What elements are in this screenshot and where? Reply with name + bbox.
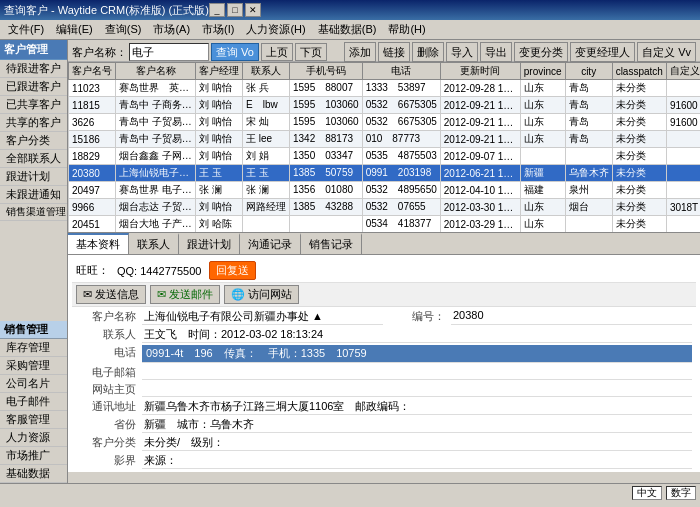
- sidebar-item-plan[interactable]: 跟进计划: [0, 168, 67, 186]
- status-bar: 中文 数字: [0, 483, 700, 501]
- menu-hr[interactable]: 人力资源(H): [240, 20, 311, 39]
- field-notes-value: 上报时间: 北京时间10h 00~19h 30 报谁: 上海仙锐电子有限公司 地…: [142, 471, 692, 472]
- add-button[interactable]: 添加: [344, 42, 376, 62]
- tab-followplan[interactable]: 跟进计划: [179, 233, 240, 254]
- table-row[interactable]: 11023赛岛世界 英尼电子有限公司▲刘 呐怡张 兵1595 880071333…: [69, 80, 701, 97]
- search-input[interactable]: [129, 43, 209, 61]
- tab-comms[interactable]: 沟通记录: [240, 233, 301, 254]
- table-row[interactable]: 11815青岛中 子商务有限公司▲刘 呐怡E lbw1595 103060053…: [69, 97, 701, 114]
- sidebar-item-inventory[interactable]: 库存管理: [0, 339, 67, 357]
- col-province[interactable]: province: [520, 63, 565, 80]
- menu-base[interactable]: 基础数据(B): [312, 20, 383, 39]
- field-phone-value: 0991-4t 196 传真： 手机：1335 10759: [142, 345, 692, 363]
- tab-contacts[interactable]: 联系人: [129, 233, 179, 254]
- sidebar: 客户管理 待跟进客户 已跟进客户 已共享客户 共享的客户 客户分类 全部联系人 …: [0, 40, 68, 483]
- customer-table: 客户名号 客户名称 客户经理 联系人 手机号码 电话 更新时间 province…: [68, 62, 700, 232]
- field-email-label: 电子邮箱: [76, 365, 140, 380]
- menu-help[interactable]: 帮助(H): [382, 20, 431, 39]
- tab-basic[interactable]: 基本资料: [68, 233, 129, 254]
- field-phone-label: 电话: [76, 345, 140, 363]
- qq-value: QQ: 1442775500: [117, 265, 201, 277]
- custom-button[interactable]: 自定义 Vv: [637, 42, 696, 62]
- status-lang: 中文: [632, 486, 662, 500]
- col-city[interactable]: city: [565, 63, 612, 80]
- table-row[interactable]: 9966烟台志达 子贸易有限公司▲刘 呐怡网路经理1385 432880532 …: [69, 199, 701, 216]
- field-influence-value: 来源：: [142, 453, 692, 469]
- col-id[interactable]: 客户名号: [69, 63, 116, 80]
- menu-market2[interactable]: 市场(I): [196, 20, 240, 39]
- field-id-label: 编号：: [385, 309, 449, 325]
- sidebar-item-pending[interactable]: 待跟进客户: [0, 60, 67, 78]
- col-manager[interactable]: 客户经理: [196, 63, 243, 80]
- minimize-button[interactable]: _: [209, 3, 225, 17]
- sidebar-item-shared-out[interactable]: 已共享客户: [0, 96, 67, 114]
- col-name[interactable]: 客户名称: [116, 63, 196, 80]
- send-message-button[interactable]: ✉ 发送信息: [76, 285, 146, 304]
- field-addr-label: 通讯地址: [76, 399, 140, 415]
- table-row[interactable]: 20451烟台大地 子产品有限公司刘 哈陈0534 4183772012-03-…: [69, 216, 701, 233]
- change-manager-button[interactable]: 变更经理人: [570, 42, 635, 62]
- table-row[interactable]: 20380上海仙锐电子有限公司新疆办事处▲王 玉王 玉1385 50759099…: [69, 165, 701, 182]
- field-class-label: 客户分类: [76, 435, 140, 451]
- field-class-value: 未分类/ 级别：: [142, 435, 692, 451]
- field-id-value: 20380: [451, 309, 692, 325]
- sidebar-group-sales[interactable]: 销售管理: [0, 321, 67, 339]
- query-button[interactable]: 查询 Vo: [211, 43, 259, 61]
- sidebar-item-contacts[interactable]: 全部联系人: [0, 150, 67, 168]
- export-button[interactable]: 导出: [480, 42, 512, 62]
- sidebar-item-basedata[interactable]: 基础数据: [0, 465, 67, 483]
- import-button[interactable]: 导入: [446, 42, 478, 62]
- table-row[interactable]: 3626青岛中 子贸易有限公司▲刘 呐怡宋 灿1595 1030600532 6…: [69, 114, 701, 131]
- col-mobile[interactable]: 手机号码: [290, 63, 363, 80]
- send-email-button[interactable]: ✉ 发送邮件: [150, 285, 220, 304]
- sidebar-item-channel[interactable]: 销售渠道管理: [0, 204, 67, 221]
- delete-button[interactable]: 删除: [412, 42, 444, 62]
- maximize-button[interactable]: □: [227, 3, 243, 17]
- field-contact-value: 王文飞 时间：2012-03-02 18:13:24: [142, 327, 692, 343]
- field-website-label: 网站主页: [76, 382, 140, 397]
- title-buttons[interactable]: _ □ ✕: [209, 3, 261, 17]
- sidebar-item-service[interactable]: 客服管理: [0, 411, 67, 429]
- content-area: 客户名称： 查询 Vo 上页 下页 添加 链接 删除 导入 导出 变更分类 变更…: [68, 40, 700, 483]
- sidebar-item-hr[interactable]: 人力资源: [0, 429, 67, 447]
- next-page-button[interactable]: 下页: [295, 43, 327, 61]
- detail-tabs: 基本资料 联系人 跟进计划 沟通记录 销售记录: [68, 233, 700, 255]
- table-row[interactable]: 18829烟台鑫鑫 子网络科技有限公司刘 呐怡刘 娟1350 033470535…: [69, 148, 701, 165]
- change-class-button[interactable]: 变更分类: [514, 42, 568, 62]
- detail-content: 旺旺： QQ: 1442775500 回复送 ✉ 发送信息 ✉ 发送邮件 🌐 访…: [68, 255, 700, 472]
- close-button[interactable]: ✕: [245, 3, 261, 17]
- sidebar-header[interactable]: 客户管理: [0, 40, 67, 60]
- field-name-value: 上海仙锐电子有限公司新疆办事处 ▲: [142, 309, 383, 325]
- sidebar-item-email[interactable]: 电子邮件: [0, 393, 67, 411]
- col-class[interactable]: classpatch: [612, 63, 666, 80]
- field-notes-label: 备注: [76, 471, 140, 472]
- sidebar-item-notify[interactable]: 未跟进通知: [0, 186, 67, 204]
- col-contact[interactable]: 联系人: [243, 63, 290, 80]
- sidebar-item-purchase[interactable]: 采购管理: [0, 357, 67, 375]
- table-scroll[interactable]: 客户名号 客户名称 客户经理 联系人 手机号码 电话 更新时间 province…: [68, 62, 700, 232]
- qq-reply-button[interactable]: 回复送: [209, 261, 256, 280]
- field-contact-label: 联系人: [76, 327, 140, 343]
- sidebar-item-marketing[interactable]: 市场推广: [0, 447, 67, 465]
- filter-toolbar: 客户名称： 查询 Vo 上页 下页 添加 链接 删除 导入 导出 变更分类 变更…: [68, 40, 700, 62]
- prev-page-button[interactable]: 上页: [261, 43, 293, 61]
- col-phone[interactable]: 电话: [362, 63, 440, 80]
- filter-label: 客户名称：: [72, 45, 127, 60]
- menu-query[interactable]: 查询(S): [99, 20, 148, 39]
- menu-file[interactable]: 文件(F): [2, 20, 50, 39]
- wangwang-label: 旺旺：: [76, 263, 109, 278]
- status-input: 数字: [666, 486, 696, 500]
- table-row[interactable]: 15186青岛中 子贸易有限公司▲刘 呐怡王 lee1342 88173010 …: [69, 131, 701, 148]
- link-button[interactable]: 链接: [378, 42, 410, 62]
- table-row[interactable]: 20497赛岛世界 电子有限公司▲张 澜张 澜1356 010800532 48…: [69, 182, 701, 199]
- sidebar-item-followed[interactable]: 已跟进客户: [0, 78, 67, 96]
- visit-website-button[interactable]: 🌐 访问网站: [224, 285, 299, 304]
- col-updated[interactable]: 更新时间: [440, 63, 520, 80]
- col-custom[interactable]: 自定义: [666, 63, 700, 80]
- sidebar-item-classify[interactable]: 客户分类: [0, 132, 67, 150]
- menu-edit[interactable]: 编辑(E): [50, 20, 99, 39]
- tab-sales[interactable]: 销售记录: [301, 233, 362, 254]
- menu-market1[interactable]: 市场(A): [147, 20, 196, 39]
- sidebar-item-bizcard[interactable]: 公司名片: [0, 375, 67, 393]
- sidebar-item-shared-in[interactable]: 共享的客户: [0, 114, 67, 132]
